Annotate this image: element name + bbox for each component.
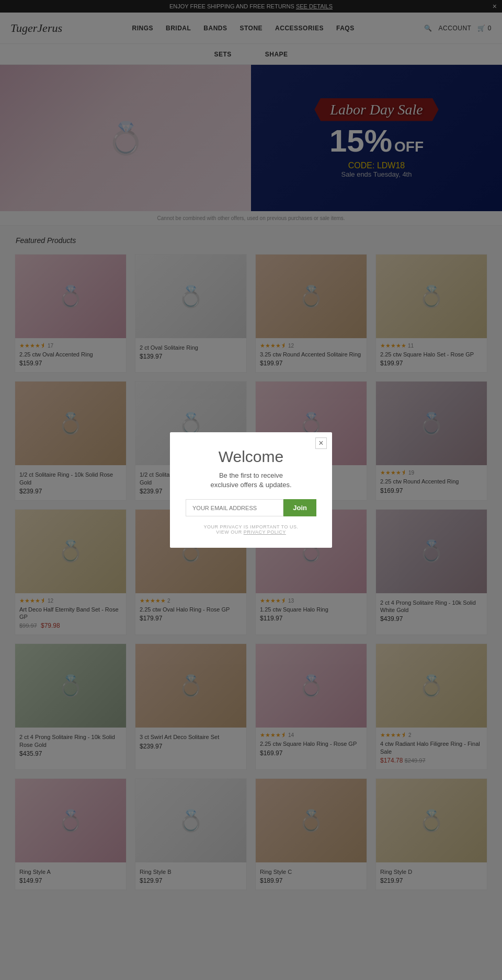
privacy-link[interactable]: PRIVACY POLICY xyxy=(244,529,286,535)
modal-close-button[interactable]: × xyxy=(315,437,327,449)
welcome-modal: × Welcome Be the first to receiveexclusi… xyxy=(170,432,332,548)
join-button[interactable]: Join xyxy=(283,499,316,516)
modal-title: Welcome xyxy=(186,448,316,466)
modal-subtitle: Be the first to receiveexclusive offers … xyxy=(186,471,316,490)
modal-form: Join xyxy=(186,499,316,516)
email-input[interactable] xyxy=(186,499,283,516)
modal-privacy: YOUR PRIVACY IS IMPORTANT TO US. VIEW OU… xyxy=(186,524,316,535)
modal-overlay: × Welcome Be the first to receiveexclusi… xyxy=(0,0,502,905)
